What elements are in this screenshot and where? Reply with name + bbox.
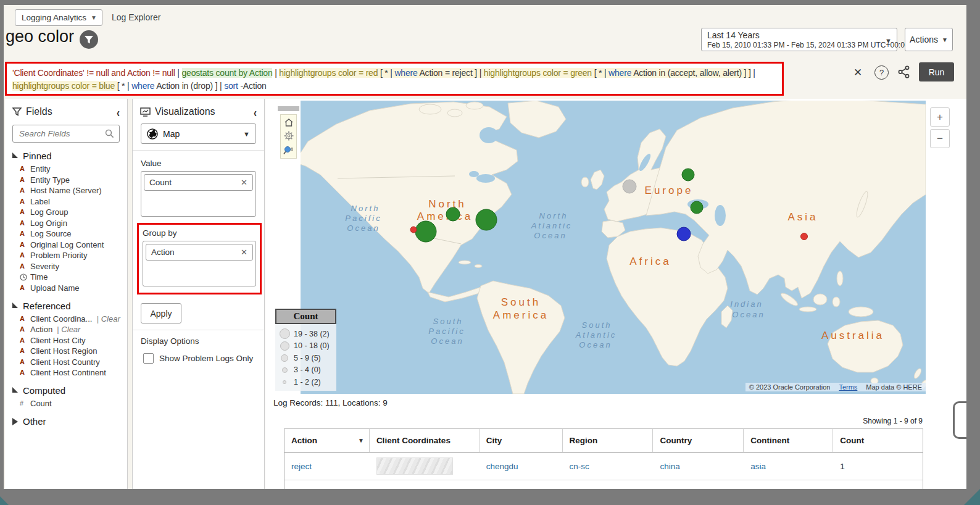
field-item[interactable]: ALog Origin (20, 219, 127, 228)
field-item[interactable]: AClient Host City (20, 336, 127, 345)
apply-button[interactable]: Apply (141, 303, 181, 323)
collapse-panel-icon[interactable]: ‹ (117, 104, 120, 119)
corner-accent (964, 489, 980, 505)
field-section-pinned[interactable]: Pinned (12, 151, 127, 161)
field-item[interactable]: AHost Name (Server) (20, 186, 127, 195)
value-link[interactable]: chengdu (486, 462, 518, 471)
group-by-chip[interactable]: Action ✕ (146, 244, 253, 261)
legend-bubble-icon (280, 328, 290, 339)
continent-label: Europe (645, 185, 694, 196)
clear-query-icon[interactable]: ✕ (853, 66, 862, 79)
zoom-area-icon[interactable] (283, 145, 294, 155)
settings-gear-icon[interactable] (284, 131, 294, 141)
map-marker-red[interactable] (410, 227, 417, 233)
terms-link[interactable]: Terms (839, 383, 857, 391)
collapse-panel-icon[interactable]: ‹ (254, 104, 257, 119)
field-item[interactable]: AClient Host Region (20, 346, 127, 356)
field-section-referenced[interactable]: Referenced (12, 301, 127, 311)
search-fields-box[interactable] (12, 125, 120, 143)
field-item[interactable]: AEntity Type (20, 175, 127, 185)
field-item[interactable]: ALog Group (20, 207, 127, 217)
column-header-action[interactable]: Action▼ (284, 429, 370, 452)
map-marker-red[interactable] (801, 233, 808, 240)
map-marker-blue[interactable] (677, 227, 691, 241)
legend-item[interactable]: 1 - 2 (2) (278, 376, 334, 388)
actions-button[interactable]: Actions ▼ (905, 28, 953, 51)
world-map[interactable]: NorthAmericaEuropeAsiaAfricaSouthAmerica… (301, 101, 926, 394)
window-frame-bottom (0, 489, 980, 505)
field-item[interactable]: AAction | Clear (20, 325, 127, 334)
show-problem-logs-checkbox[interactable] (143, 353, 154, 364)
search-fields-input[interactable] (18, 128, 105, 139)
field-item[interactable]: AClient Host Country (20, 357, 127, 367)
ocean-label: Ocean (347, 223, 380, 233)
map-visualization[interactable]: NorthAmericaEuropeAsiaAfricaSouthAmerica… (265, 101, 966, 394)
value-link[interactable]: reject (291, 462, 312, 471)
legend-item[interactable]: 3 - 4 (0) (278, 364, 334, 377)
column-header-region[interactable]: Region (563, 429, 654, 452)
field-item[interactable]: #Count (20, 399, 127, 408)
legend-bubble-icon (282, 367, 288, 373)
clear-field-link[interactable]: | Clear (92, 314, 120, 323)
map-marker-green[interactable] (476, 209, 497, 230)
home-icon[interactable] (284, 118, 294, 127)
share-icon[interactable] (898, 65, 910, 78)
column-header-country[interactable]: Country (653, 429, 744, 452)
value-link[interactable]: cn-sc (570, 462, 589, 471)
group-by-dropzone[interactable]: Action ✕ (143, 241, 256, 286)
field-item[interactable]: AProblem Priority (20, 251, 127, 260)
value-link[interactable]: china (660, 462, 679, 471)
legend-item[interactable]: 10 - 18 (0) (278, 340, 334, 353)
field-item[interactable]: ASeverity (20, 262, 127, 271)
column-sort-icon[interactable]: ▼ (358, 437, 364, 444)
field-item[interactable]: AUpload Name (20, 283, 127, 293)
text-field-icon: A (20, 283, 30, 293)
clear-field-link[interactable]: | Clear (52, 325, 80, 334)
map-marker-green[interactable] (682, 169, 694, 181)
field-item[interactable]: AOriginal Log Content (20, 240, 127, 249)
remove-value-icon[interactable]: ✕ (241, 178, 247, 187)
field-label: Log Group (30, 207, 68, 217)
field-section-other[interactable]: Other (12, 416, 127, 427)
filter-badge[interactable] (80, 30, 98, 49)
legend-title: Count (275, 309, 336, 324)
value-chip[interactable]: Count ✕ (144, 174, 253, 191)
remove-group-by-icon[interactable]: ✕ (241, 248, 247, 257)
value-link[interactable]: asia (750, 462, 766, 471)
time-range-detail: Feb 15, 2010 01:33 PM - Feb 15, 2024 01:… (707, 41, 882, 49)
field-item[interactable]: Time (20, 272, 127, 282)
column-header-city[interactable]: City (480, 429, 563, 452)
query-token: Action = reject (418, 68, 475, 78)
run-button[interactable]: Run (919, 62, 954, 81)
zoom-out-button[interactable]: − (930, 129, 950, 148)
column-header-client-coordinates[interactable]: Client Coordinates (370, 429, 480, 452)
continent-label: North (428, 198, 467, 210)
legend-item[interactable]: 19 - 38 (2) (278, 328, 334, 340)
query-line-1: 'Client Coordinates' != null and Action … (12, 67, 776, 80)
map-marker-green[interactable] (691, 201, 703, 214)
field-label: Client Host Region (30, 346, 97, 356)
map-toolbar-handle[interactable] (278, 106, 299, 111)
field-item[interactable]: ALog Source (20, 229, 127, 238)
help-icon[interactable]: ? (874, 65, 889, 80)
column-header-count[interactable]: Count (833, 429, 923, 452)
time-range-selector[interactable]: Last 14 Years Feb 15, 2010 01:33 PM - Fe… (701, 28, 897, 51)
field-item[interactable]: AEntity (20, 164, 127, 173)
field-item[interactable]: AClient Host Continent (20, 368, 127, 377)
field-item[interactable]: ALabel (20, 197, 127, 206)
text-field-icon: A (20, 325, 30, 334)
map-marker-green[interactable] (446, 207, 460, 221)
app-selector-dropdown[interactable]: Logging Analytics ▼ (15, 9, 102, 26)
chart-type-selector[interactable]: Map ▼ (141, 123, 256, 144)
query-input[interactable]: 'Client Coordinates' != null and Action … (5, 62, 784, 96)
table-row[interactable]: rejectchengducn-scchinaasia1 (284, 453, 923, 480)
legend-item[interactable]: 5 - 9 (5) (278, 352, 334, 364)
field-item[interactable]: AClient Coordina... | Clear (20, 314, 127, 323)
map-marker-green[interactable] (415, 221, 436, 242)
column-header-continent[interactable]: Continent (744, 429, 833, 452)
field-section-computed[interactable]: Computed (12, 385, 127, 396)
corner-accent (0, 496, 9, 505)
zoom-in-button[interactable]: + (930, 107, 950, 127)
value-dropzone[interactable]: Count ✕ (141, 171, 256, 217)
map-marker-gray[interactable] (623, 180, 636, 193)
